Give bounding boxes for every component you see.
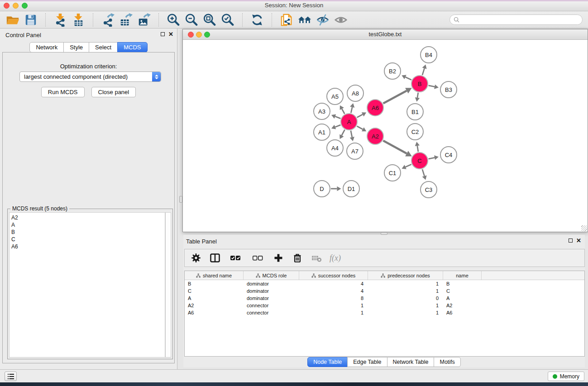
search-box[interactable] xyxy=(449,14,583,25)
window-resize-grip-icon[interactable] xyxy=(581,225,587,231)
mcds-result-item[interactable]: B xyxy=(11,229,165,236)
network-graph[interactable]: B4B2BB3A8A5A6A3B1AA1C2A2A4A7C4CC1C3DD1 xyxy=(183,40,588,232)
graph-node-A2[interactable]: A2 xyxy=(367,128,383,144)
graph-edge-C-C3[interactable] xyxy=(422,169,427,180)
graph-edge-A-A5[interactable] xyxy=(340,105,345,114)
graph-node-B3[interactable]: B3 xyxy=(440,81,457,98)
table-row[interactable]: A6connector11A6 xyxy=(185,309,584,316)
mcds-result-list[interactable]: A2ABCA6 xyxy=(9,212,165,357)
graph-node-C1[interactable]: C1 xyxy=(384,165,401,181)
tab-mcds[interactable]: MCDS xyxy=(117,42,147,52)
select-all-columns-icon[interactable] xyxy=(228,252,243,264)
graph-edge-C-C1[interactable] xyxy=(402,164,411,169)
graph-edge-A-A1[interactable] xyxy=(331,125,340,129)
network-window-titlebar[interactable]: testGlobe.txt xyxy=(183,29,588,40)
graph-edge-B-B4[interactable] xyxy=(422,64,427,75)
toggle-graphics-details-icon[interactable] xyxy=(314,13,332,27)
import-table-from-file-icon[interactable] xyxy=(69,13,87,27)
attribute-settings-icon[interactable] xyxy=(190,252,202,264)
graph-node-A4[interactable]: A4 xyxy=(327,140,343,156)
graph-node-A1[interactable]: A1 xyxy=(314,124,330,140)
tab-edge-table[interactable]: Edge Table xyxy=(347,357,387,367)
graph-node-D[interactable]: D xyxy=(314,181,330,197)
import-network-from-ndex-icon[interactable] xyxy=(277,13,296,27)
apply-layout-icon[interactable] xyxy=(248,13,266,27)
graph-edge-A-A6[interactable] xyxy=(357,112,367,117)
table-row[interactable]: Cdominator41C xyxy=(185,287,584,295)
graph-node-A[interactable]: A xyxy=(341,114,357,130)
graph-node-A3[interactable]: A3 xyxy=(314,103,330,119)
mcds-result-item[interactable]: A xyxy=(11,221,165,229)
graph-edge-B-B2[interactable] xyxy=(402,75,411,80)
graph-edge-A6-B[interactable] xyxy=(383,88,412,103)
mcds-result-item[interactable]: C xyxy=(11,236,165,243)
graph-node-C3[interactable]: C3 xyxy=(421,181,437,198)
graph-edge-C-C4[interactable] xyxy=(429,155,439,160)
zoom-fit-icon[interactable] xyxy=(201,13,219,27)
graph-node-B[interactable]: B xyxy=(411,76,428,92)
tab-network[interactable]: Network xyxy=(29,42,64,52)
zoom-selected-icon[interactable] xyxy=(219,13,237,27)
save-session-icon[interactable] xyxy=(22,13,40,27)
graph-edge-A-A3[interactable] xyxy=(331,114,340,119)
graph-node-C2[interactable]: C2 xyxy=(407,124,423,140)
tab-node-table[interactable]: Node Table xyxy=(307,357,348,367)
graph-node-A8[interactable]: A8 xyxy=(347,85,363,101)
graph-edge-A-A2[interactable] xyxy=(357,126,367,132)
column-header-MCDS-role[interactable]: MCDS role xyxy=(244,271,299,280)
table-row[interactable]: A2connector11A2 xyxy=(185,302,584,309)
tab-style[interactable]: Style xyxy=(63,42,89,52)
delete-columns-icon[interactable] xyxy=(291,252,303,264)
graph-node-A6[interactable]: A6 xyxy=(367,100,383,116)
mcds-result-item[interactable]: A2 xyxy=(11,214,165,221)
column-header-predecessor-nodes[interactable]: predecessor nodes xyxy=(368,271,443,280)
column-header-name[interactable]: name xyxy=(443,271,482,280)
close-panel-button[interactable]: Close panel xyxy=(91,87,136,97)
zoom-in-icon[interactable] xyxy=(164,13,182,27)
graph-node-B1[interactable]: B1 xyxy=(407,104,423,120)
column-header-shared-name[interactable]: shared name xyxy=(185,271,244,280)
graph-edge-B-B1[interactable] xyxy=(415,93,420,102)
graph-node-C[interactable]: C xyxy=(411,152,428,169)
criterion-dropdown[interactable]: largest connected component (directed) xyxy=(19,71,161,82)
table-float-panel-icon[interactable] xyxy=(569,238,573,243)
network-close-traffic-light-icon[interactable] xyxy=(188,32,194,38)
graph-node-A7[interactable]: A7 xyxy=(347,143,363,159)
export-table-icon[interactable] xyxy=(117,13,135,27)
tab-network-table[interactable]: Network Table xyxy=(387,357,435,367)
graph-edge-A-A7[interactable] xyxy=(350,131,354,141)
float-panel-icon[interactable] xyxy=(161,32,165,36)
graph-node-B4[interactable]: B4 xyxy=(421,47,437,63)
task-history-button[interactable] xyxy=(5,372,17,381)
graph-node-B2[interactable]: B2 xyxy=(384,63,401,79)
search-input[interactable] xyxy=(462,17,578,23)
graph-edge-C-C2[interactable] xyxy=(415,142,420,152)
network-zoom-traffic-light-icon[interactable] xyxy=(204,32,210,38)
ndex-home-icon[interactable] xyxy=(296,13,314,27)
table-row[interactable]: Bdominator41B xyxy=(185,280,584,287)
mcds-result-scrollbar[interactable] xyxy=(165,212,171,357)
graph-node-C4[interactable]: C4 xyxy=(440,147,457,163)
table-close-panel-icon[interactable]: ✕ xyxy=(576,238,581,243)
tab-motifs[interactable]: Motifs xyxy=(434,357,460,367)
graph-edge-D-D1[interactable] xyxy=(331,186,341,191)
export-network-icon[interactable] xyxy=(99,13,117,27)
mcds-result-item[interactable]: A6 xyxy=(11,243,165,250)
column-header-successor-nodes[interactable]: successor nodes xyxy=(299,271,368,280)
zoom-out-icon[interactable] xyxy=(182,13,201,27)
graph-node-A5[interactable]: A5 xyxy=(327,88,343,105)
tab-select[interactable]: Select xyxy=(89,42,118,52)
network-canvas[interactable]: B4B2BB3A8A5A6A3B1AA1C2A2A4A7C4CC1C3DD1 xyxy=(183,40,588,232)
graph-node-D1[interactable]: D1 xyxy=(343,181,359,197)
create-new-column-icon[interactable] xyxy=(272,252,284,264)
graph-edge-A-A4[interactable] xyxy=(339,130,344,139)
vertical-splitter-grip[interactable] xyxy=(179,196,182,203)
table-row[interactable]: Adominator80A xyxy=(185,295,584,302)
run-mcds-button[interactable]: Run MCDS xyxy=(41,87,85,97)
memory-button[interactable]: Memory xyxy=(548,372,584,381)
graph-edge-B-B3[interactable] xyxy=(429,85,439,89)
close-panel-icon[interactable]: ✕ xyxy=(168,32,173,37)
show-column-panel-icon[interactable] xyxy=(209,252,221,264)
open-file-icon[interactable] xyxy=(4,13,22,27)
import-network-from-file-icon[interactable] xyxy=(51,13,69,27)
